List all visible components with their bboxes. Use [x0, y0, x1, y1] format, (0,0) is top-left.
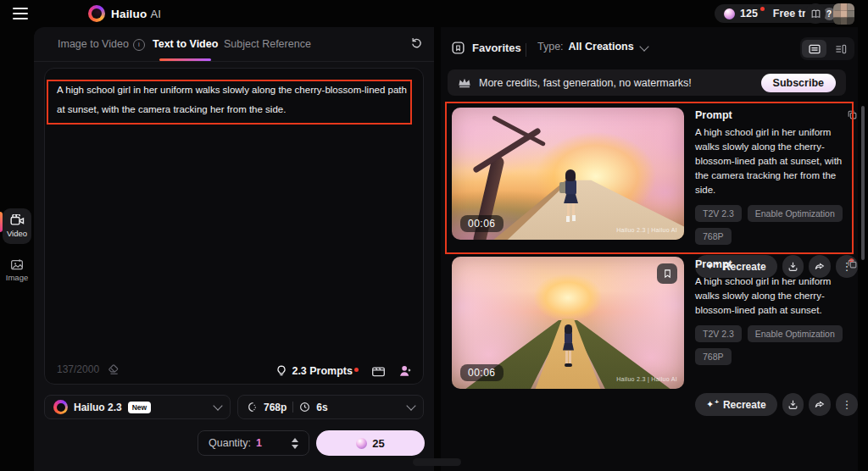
copy-icon: [847, 258, 858, 269]
type-filter-select[interactable]: Type: All Creations: [537, 41, 648, 53]
tab-image-to-video[interactable]: Image to Videoi: [58, 27, 145, 61]
girl-silhouette: [559, 169, 584, 236]
prompts-library-button[interactable]: 2.3 Prompts: [275, 365, 359, 377]
guide-icon[interactable]: [805, 3, 826, 24]
camera-setting-icon[interactable]: [371, 364, 386, 377]
video-thumbnail[interactable]: 00:06 Hailuo 2.3 | Hailuo AI: [452, 257, 684, 389]
user-avatar[interactable]: [833, 3, 854, 25]
credit-orb-icon: [724, 8, 735, 19]
duration-badge: 00:06: [460, 215, 504, 232]
girl-silhouette: [561, 324, 575, 374]
bottom-scroll-handle[interactable]: [413, 458, 461, 466]
card-prompt-text: A high school girl in her uniform walks …: [695, 274, 858, 318]
tab-subject-reference[interactable]: Subject Reference: [224, 27, 311, 61]
composer-tabbar: Image to Videoi Text to Video Subject Re…: [34, 27, 434, 62]
clear-eraser-icon[interactable]: [108, 363, 120, 375]
recreate-button[interactable]: ✦+ Recreate: [695, 393, 777, 416]
menu-icon[interactable]: [13, 8, 28, 19]
hailuo-logo-icon: [88, 5, 105, 22]
chevron-down-icon: [406, 401, 415, 410]
copy-icon: [847, 109, 858, 120]
lightbulb-icon: [275, 365, 287, 377]
credits-count: 125: [740, 8, 758, 19]
divider: [292, 402, 293, 413]
model-new-badge: New: [128, 402, 151, 413]
watermark: Hailuo 2.3 | Hailuo AI: [616, 376, 677, 382]
resolution-value: 768p: [264, 402, 287, 413]
gallery-scrollbar[interactable]: [861, 106, 865, 260]
video-thumbnail[interactable]: 00:06 Hailuo 2.3 | Hailuo AI: [452, 108, 684, 240]
model-logo-icon: [53, 400, 68, 414]
bookmark-icon: [663, 269, 672, 279]
active-tab-underline: [159, 58, 211, 61]
more-icon: ⋮: [842, 399, 853, 410]
feed-view-icon: [809, 44, 821, 54]
clock-icon: [299, 402, 310, 413]
composer-panel: Image to Videoi Text to Video Subject Re…: [34, 27, 434, 471]
character-reference-icon[interactable]: [398, 364, 413, 377]
share-button[interactable]: [809, 393, 831, 416]
tag-resolution: 768P: [695, 228, 732, 245]
stepper-arrows[interactable]: [292, 438, 298, 449]
split-view-icon: [835, 44, 847, 54]
view-toggle: [800, 37, 854, 60]
chevron-down-icon: [213, 401, 222, 410]
share-icon: [814, 399, 826, 410]
tag-optimization: Enable Optimization: [748, 325, 843, 342]
tab-text-to-video[interactable]: Text to Video: [153, 27, 218, 61]
prompt-tools: 2.3 Prompts: [275, 364, 413, 377]
image-icon: [10, 258, 24, 270]
increment-icon[interactable]: [292, 438, 298, 442]
sidebar-label-video: Video: [7, 229, 27, 238]
tag-resolution: 768P: [695, 348, 732, 365]
favorites-icon: [451, 41, 465, 55]
video-camera-icon: [10, 214, 25, 226]
more-button[interactable]: ⋮: [836, 393, 858, 416]
tag-model: T2V 2.3: [695, 205, 742, 222]
resolution-icon: [247, 402, 258, 413]
prompts-new-dot: [354, 368, 359, 372]
prompt-input[interactable]: A high school girl in her uniform walks …: [57, 80, 413, 119]
subscribe-button[interactable]: Subscribe: [761, 74, 836, 92]
quantity-value: 1: [256, 437, 262, 449]
sparkle-icon: ✦: [706, 399, 714, 410]
favorites-filter[interactable]: Favorites: [451, 41, 521, 55]
char-counter-row: 137/2000: [57, 363, 120, 375]
creations-panel: Favorites Type: All Creations: [441, 27, 858, 471]
decrement-icon[interactable]: [292, 445, 298, 449]
cost-orb-icon: [356, 438, 367, 449]
tag-model: T2V 2.3: [695, 325, 742, 342]
generate-button[interactable]: 25: [316, 430, 425, 456]
copy-prompt-button[interactable]: [847, 258, 858, 269]
view-feed-button[interactable]: [802, 40, 826, 58]
view-split-button[interactable]: [828, 40, 853, 58]
notification-dot: [760, 7, 765, 11]
card-details: Prompt A high school girl in her uniform…: [695, 109, 858, 278]
prompt-card: A high school girl in her uniform walks …: [44, 68, 424, 385]
hailuo-app: HailuoAI 125 Free trial ? Video Image: [0, 0, 868, 471]
avatar-image: [833, 3, 854, 25]
bookmark-button[interactable]: [657, 263, 677, 284]
download-button[interactable]: [782, 393, 804, 416]
subscribe-banner: More credits, fast generation, no waterm…: [448, 69, 846, 96]
app-logo[interactable]: HailuoAI: [88, 5, 161, 22]
quantity-label: Quantity:: [209, 437, 251, 449]
model-select[interactable]: Hailuo 2.3 New: [44, 395, 231, 419]
card-prompt-text: A high school girl in her uniform walks …: [695, 125, 858, 197]
card-details: Prompt A high school girl in her uniform…: [695, 258, 858, 416]
sidebar-item-video[interactable]: Video: [3, 208, 31, 244]
chevron-down-icon: [639, 42, 648, 51]
resolution-duration-select[interactable]: 768p 6s: [237, 395, 424, 419]
reset-button[interactable]: [410, 36, 423, 49]
banner-text: More credits, fast generation, no waterm…: [479, 77, 692, 89]
duration-badge: 00:06: [460, 364, 504, 381]
tag-optimization: Enable Optimization: [748, 205, 843, 222]
prompt-title: Prompt: [695, 258, 732, 270]
sidebar-item-image[interactable]: Image: [3, 252, 31, 288]
generate-cost: 25: [372, 437, 384, 450]
copy-prompt-button[interactable]: [847, 109, 858, 120]
quantity-stepper[interactable]: Quantity: 1: [198, 430, 309, 456]
book-icon: [810, 8, 821, 19]
sidebar-label-image: Image: [6, 273, 28, 282]
brand-name: HailuoAI: [111, 8, 161, 20]
